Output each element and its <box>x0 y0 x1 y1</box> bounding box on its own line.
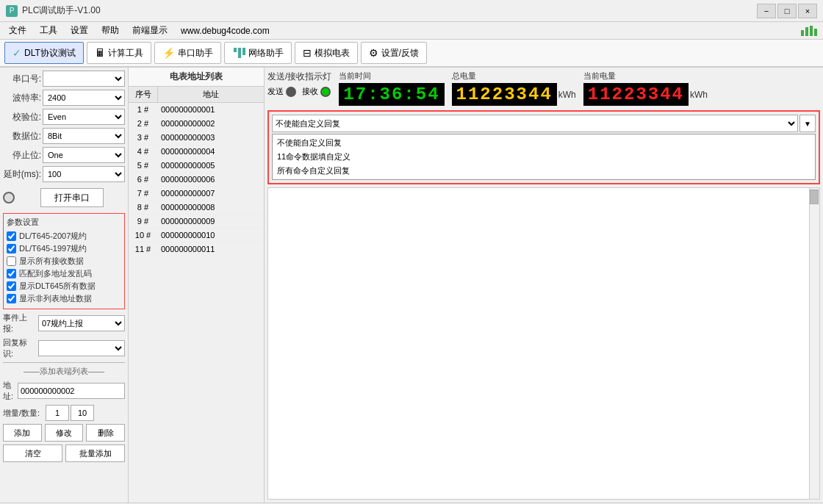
parity-select[interactable]: Even <box>43 109 125 125</box>
send-label: 发送 <box>267 86 284 97</box>
clear-button[interactable]: 清空 <box>3 444 62 462</box>
quantity-input[interactable] <box>71 405 94 421</box>
table-row[interactable]: 1 #000000000001 <box>129 103 264 117</box>
minimize-button[interactable]: − <box>757 4 776 18</box>
cell-addr: 000000000006 <box>158 173 264 186</box>
event-select[interactable]: 07规约上报 <box>38 315 125 331</box>
increment-input[interactable] <box>46 405 69 421</box>
recv-indicator-dot <box>320 87 331 97</box>
cell-addr: 000000000002 <box>158 117 264 130</box>
send-indicator-dot <box>286 87 296 97</box>
cmd-select[interactable]: 不使能自定义回复 11命令数据填自定义 所有命令自定义回复 <box>272 115 798 132</box>
port-select[interactable] <box>43 71 125 87</box>
open-port-row: 打开串口 <box>3 185 125 210</box>
cell-num: 11 # <box>129 242 158 256</box>
tool-serial[interactable]: ⚡ 串口助手 <box>154 42 221 64</box>
table-row[interactable]: 7 #000000000007 <box>129 187 264 201</box>
time-display-group: 当前时间 17:36:54 <box>339 71 444 106</box>
checkbox-row-3: 匹配到多地址发乱码 <box>7 268 121 279</box>
incr-row: 增量/数量: <box>3 405 125 421</box>
checkbox-show-dlt645-label: 显示DLT645所有数据 <box>19 281 96 292</box>
checkbox-show-all[interactable] <box>7 256 16 266</box>
cell-num: 4 # <box>129 145 158 158</box>
cmd-option-1[interactable]: 11命令数据填自定义 <box>273 150 815 164</box>
delay-select[interactable]: 100 <box>43 166 125 182</box>
table-row[interactable]: 10 #000000000010 <box>129 228 264 242</box>
checkbox-row-4: 显示DLT645所有数据 <box>7 281 121 292</box>
checkbox-dlt2007[interactable] <box>7 231 16 241</box>
title-bar: P PLC调试助手-V1.00 − □ × <box>0 0 823 22</box>
open-port-button[interactable]: 打开串口 <box>40 188 104 207</box>
gear-icon: ⚙ <box>369 47 378 59</box>
checkbox-match-multi[interactable] <box>7 269 16 278</box>
checkbox-match-multi-label: 匹配到多地址发乱码 <box>19 268 92 279</box>
baud-select[interactable]: 2400 <box>43 90 125 106</box>
reply-row: 回复标识: <box>3 337 125 359</box>
checkbox-show-nonlist[interactable] <box>7 294 16 303</box>
cmd-option-0[interactable]: 不使能自定义回复 <box>273 136 815 150</box>
menu-settings[interactable]: 设置 <box>65 23 94 38</box>
menu-help[interactable]: 帮助 <box>96 23 125 38</box>
cell-addr: 000000000004 <box>158 145 264 158</box>
cell-num: 8 # <box>129 201 158 214</box>
data-bit-select[interactable]: 8Bit <box>43 128 125 144</box>
add-button[interactable]: 添加 <box>3 424 42 442</box>
time-label: 当前时间 <box>339 71 371 82</box>
menu-tools[interactable]: 工具 <box>34 23 63 38</box>
tool-settings[interactable]: ⚙ 设置/反馈 <box>361 42 427 64</box>
cmd-option-2[interactable]: 所有命令自定义回复 <box>273 164 815 178</box>
bar-chart-icon <box>799 24 820 37</box>
table-header: 电表地址列表 <box>129 68 264 87</box>
menu-file[interactable]: 文件 <box>3 23 32 38</box>
cell-addr: 000000000008 <box>158 201 264 214</box>
tool-network[interactable]: 网络助手 <box>224 42 292 64</box>
checkbox-dlt1997-label: DL/T645-1997规约 <box>19 243 87 254</box>
table-row[interactable]: 6 #000000000006 <box>129 173 264 187</box>
reply-label: 回复标识: <box>3 337 35 359</box>
close-button[interactable]: × <box>798 4 817 18</box>
maximize-button[interactable]: □ <box>777 4 797 18</box>
addr-label: 地址: <box>3 380 16 402</box>
cmd-dropdown-button[interactable]: ▼ <box>799 115 816 132</box>
stop-bit-row: 停止位: One <box>3 147 125 163</box>
params-title: 参数设置 <box>7 217 121 228</box>
add-section: ——添加表端列表—— 地址: 增量/数量: 添加 修改 删除 清空 批量添加 <box>3 362 125 462</box>
batch-add-button[interactable]: 批量添加 <box>65 444 125 462</box>
delete-button[interactable]: 删除 <box>86 424 125 442</box>
baud-row: 波特率: 2400 <box>3 90 125 106</box>
calc-icon: 🖩 <box>95 47 105 59</box>
reply-select[interactable] <box>38 340 125 356</box>
edit-button[interactable]: 修改 <box>45 424 84 442</box>
checkbox-row-1: DL/T645-1997规约 <box>7 243 121 254</box>
total-power-with-unit: 11223344 kWh <box>452 83 576 106</box>
menu-frontend[interactable]: 前端显示 <box>126 23 173 38</box>
svg-rect-5 <box>238 48 241 58</box>
serial-icon: ⚡ <box>162 47 175 59</box>
tool-meter[interactable]: ⊟ 模拟电表 <box>295 42 358 64</box>
right-panel: 发送/接收指示灯 发送 接收 当前时间 17:36:54 <box>265 68 823 503</box>
scrollbar-thumb[interactable] <box>810 190 819 204</box>
current-power-unit: kWh <box>690 90 708 100</box>
log-scrollbar[interactable] <box>809 188 819 499</box>
table-row[interactable]: 11 #000000000011 <box>129 242 264 256</box>
table-row[interactable]: 4 #000000000004 <box>129 145 264 159</box>
stop-bit-select[interactable]: One <box>43 147 125 163</box>
delay-label: 延时(ms): <box>3 168 41 181</box>
tool-calculator[interactable]: 🖩 计算工具 <box>87 42 151 64</box>
cell-addr: 000000000011 <box>158 242 264 256</box>
addr-input[interactable] <box>18 383 125 399</box>
svg-rect-6 <box>242 48 245 55</box>
table-row[interactable]: 2 #000000000002 <box>129 117 264 131</box>
port-row: 串口号: <box>3 71 125 87</box>
data-bit-label: 数据位: <box>3 130 41 143</box>
tool-dlt-protocol[interactable]: ✓ DLT协议测试 <box>4 42 84 64</box>
checkbox-show-dlt645[interactable] <box>7 281 16 291</box>
table-row[interactable]: 5 #000000000005 <box>129 159 264 173</box>
table-row[interactable]: 9 #000000000009 <box>129 215 264 228</box>
toolbar: ✓ DLT协议测试 🖩 计算工具 ⚡ 串口助手 网络助手 ⊟ 模拟电表 ⚙ 设置… <box>0 40 823 68</box>
log-area[interactable] <box>267 187 820 500</box>
table-row[interactable]: 8 #000000000008 <box>129 201 264 215</box>
checkbox-dlt1997[interactable] <box>7 244 16 253</box>
cell-num: 6 # <box>129 173 158 186</box>
table-row[interactable]: 3 #000000000003 <box>129 131 264 145</box>
